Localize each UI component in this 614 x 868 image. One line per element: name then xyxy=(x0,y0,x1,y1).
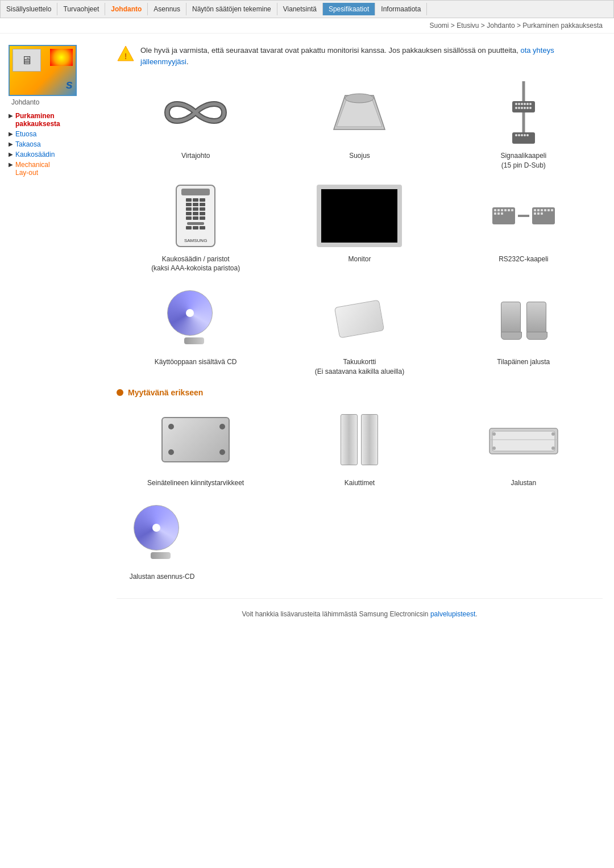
svg-point-27 xyxy=(492,432,496,436)
nav-spesifikaatiot[interactable]: Spesifikaatiot xyxy=(323,3,375,15)
item-label-suojus: Suojus xyxy=(349,151,370,161)
svg-point-2 xyxy=(345,94,374,103)
svg-point-21 xyxy=(521,134,523,136)
item-label-tilapainen: Tilapäinen jalusta xyxy=(497,357,550,367)
nav-johdanto[interactable]: Johdanto xyxy=(105,3,148,15)
item-label-jalustan: Jalustan xyxy=(511,478,536,488)
svg-point-8 xyxy=(524,103,526,105)
item-image-seinatelineen xyxy=(150,406,241,474)
svg-point-9 xyxy=(526,103,529,105)
item-image-jalustan xyxy=(478,406,569,474)
section-dot-icon xyxy=(117,389,123,396)
item-label-cd: Käyttöoppaan sisältävä CD xyxy=(155,357,237,367)
sidebar-item-label-kaukosaadin: Kaukosäädin xyxy=(15,151,55,158)
item-image-cd xyxy=(150,285,241,353)
footer-link[interactable]: palvelupisteest xyxy=(430,610,475,618)
nav-nayton[interactable]: Näytön säätöjen tekemine xyxy=(186,3,277,15)
item-label-kaiuttimet: Kaiuttimet xyxy=(345,478,375,488)
item-virtajohto: Virtajohto xyxy=(117,78,275,170)
item-image-signaalikaapeli xyxy=(478,78,569,147)
item-image-rs232c xyxy=(478,182,569,250)
item-image-suojus xyxy=(314,78,405,147)
svg-rect-4 xyxy=(512,101,535,112)
svg-point-16 xyxy=(529,107,532,109)
svg-point-19 xyxy=(515,134,517,136)
item-jalustan-cd: Jalustan asennus-CD xyxy=(117,499,208,582)
svg-point-11 xyxy=(515,107,517,109)
sidebar-item-purkaminen[interactable]: ▶ Purkaminenpakkauksesta xyxy=(9,111,97,129)
svg-rect-18 xyxy=(512,132,535,144)
item-image-virtajohto xyxy=(150,78,241,147)
arrow-icon: ▶ xyxy=(9,141,13,147)
sidebar-item-takaosa[interactable]: ▶ Takaosa xyxy=(9,139,97,149)
nav-vianetsinta[interactable]: Vianetsintä xyxy=(277,3,323,15)
nav-turvaohjeet[interactable]: Turvaohjeet xyxy=(57,3,105,15)
warning-icon: ! xyxy=(117,45,135,63)
item-takuukortti: Takuukortti(Ei saatavana kaikilla alueil… xyxy=(280,285,438,377)
item-jalustan: Jalustan xyxy=(445,406,603,488)
svg-point-10 xyxy=(529,103,532,105)
item-image-tilapainen xyxy=(478,285,569,353)
nav-asennus[interactable]: Asennus xyxy=(148,3,186,15)
svg-point-28 xyxy=(551,432,555,436)
content-area: ! Ole hyvä ja varmista, että seuraavat t… xyxy=(105,39,614,635)
jalustan-cd-row: Jalustan asennus-CD xyxy=(117,499,603,582)
breadcrumb: Suomi > Etusivu > Johdanto > Purkaminen … xyxy=(0,18,614,34)
nav-sisallysluettelo[interactable]: Sisällysluettelo xyxy=(1,3,57,15)
sidebar-item-mechanical[interactable]: ▶ MechanicalLay-out xyxy=(9,160,97,178)
svg-rect-25 xyxy=(492,431,555,451)
section-myytavana-label: Myytävänä erikseen xyxy=(128,388,203,397)
items-grid-main: Virtajohto Suojus xyxy=(117,78,603,377)
svg-point-5 xyxy=(515,103,517,105)
sidebar-item-label-etuosa: Etuosa xyxy=(15,130,36,138)
warning-text: Ole hyvä ja varmista, että seuraavat tav… xyxy=(140,45,603,67)
item-label-monitor: Monitor xyxy=(348,254,371,264)
item-monitor: Monitor xyxy=(280,182,438,274)
svg-point-22 xyxy=(524,134,526,136)
item-seinatelineen: Seinätelineen kiinnitystarvikkeet xyxy=(117,406,275,488)
item-image-monitor xyxy=(314,182,405,250)
item-image-kaukosaadin: SAMSUNG xyxy=(150,182,241,250)
svg-point-14 xyxy=(524,107,526,109)
item-image-takuukortti xyxy=(314,285,405,353)
item-label-rs232c: RS232C-kaapeli xyxy=(499,254,548,264)
sidebar-item-kaukosaadin[interactable]: ▶ Kaukosäädin xyxy=(9,149,97,160)
item-kaukosaadin: SAMSUNG Kaukosäädin / paristot(kaksi AAA… xyxy=(117,182,275,274)
nav-informaatiota[interactable]: Informaatiota xyxy=(375,3,427,15)
item-kaiuttimet: Kaiuttimet xyxy=(280,406,438,488)
item-signaalikaapeli: Signaalikaapeli(15 pin D-Sub) xyxy=(445,78,603,170)
footer: Voit hankkia lisävarusteita lähimmästä S… xyxy=(117,598,603,629)
item-label-jalustan-cd: Jalustan asennus-CD xyxy=(130,572,195,582)
svg-point-12 xyxy=(518,107,520,109)
svg-text:!: ! xyxy=(125,52,127,61)
arrow-icon: ▶ xyxy=(9,131,13,137)
arrow-icon: ▶ xyxy=(9,112,13,119)
svg-point-20 xyxy=(518,134,520,136)
item-suojus: Suojus xyxy=(280,78,438,170)
item-label-kaukosaadin: Kaukosäädin / paristot(kaksi AAA-kokoist… xyxy=(151,254,240,274)
item-label-seinatelineen: Seinätelineen kiinnitystarvikkeet xyxy=(147,478,244,488)
items-grid-myytavana: Seinätelineen kiinnitystarvikkeet Kaiutt… xyxy=(117,406,603,488)
item-label-takuukortti: Takuukortti(Ei saatavana kaikilla alueil… xyxy=(315,357,404,377)
sidebar-item-label-mechanical: MechanicalLay-out xyxy=(15,161,50,177)
item-label-virtajohto: Virtajohto xyxy=(181,151,210,161)
warning-box: ! Ole hyvä ja varmista, että seuraavat t… xyxy=(117,45,603,67)
svg-point-30 xyxy=(551,446,555,450)
navigation-bar: Sisällysluettelo Turvaohjeet Johdanto As… xyxy=(0,0,614,18)
item-label-signaalikaapeli: Signaalikaapeli(15 pin D-Sub) xyxy=(500,151,546,170)
item-tilapainen: Tilapäinen jalusta xyxy=(445,285,603,377)
sidebar: 🖥 s Johdanto ▶ Purkaminenpakkauksesta ▶ … xyxy=(0,39,105,635)
item-image-kaiuttimet xyxy=(314,406,405,474)
svg-point-6 xyxy=(518,103,520,105)
item-image-jalustan-cd xyxy=(117,499,208,567)
sidebar-item-etuosa[interactable]: ▶ Etuosa xyxy=(9,129,97,139)
sidebar-image: 🖥 s xyxy=(9,45,77,96)
section-myytavana: Myytävänä erikseen xyxy=(117,388,603,397)
sidebar-item-label-takaosa: Takaosa xyxy=(15,140,41,148)
main-layout: 🖥 s Johdanto ▶ Purkaminenpakkauksesta ▶ … xyxy=(0,34,614,641)
item-rs232c: RS232C-kaapeli xyxy=(445,182,603,274)
item-cd: Käyttöoppaan sisältävä CD xyxy=(117,285,275,377)
svg-point-15 xyxy=(526,107,529,109)
svg-point-29 xyxy=(492,446,496,450)
arrow-icon: ▶ xyxy=(9,151,13,157)
